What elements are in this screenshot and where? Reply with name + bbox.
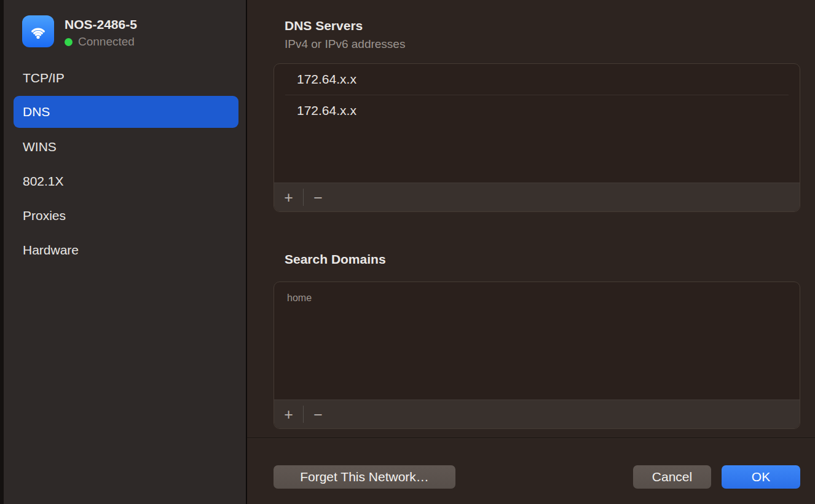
network-status-label: Connected (78, 35, 135, 49)
search-domains-list: home + − (274, 282, 800, 429)
sidebar-item-8021x[interactable]: 802.1X (14, 165, 238, 197)
remove-search-domain-button[interactable]: − (304, 401, 333, 427)
sidebar-item-proxies[interactable]: Proxies (14, 200, 238, 232)
minus-icon: − (313, 406, 323, 423)
network-header: NOS-2486-5 Connected (22, 15, 137, 49)
add-search-domain-button[interactable]: + (274, 401, 303, 427)
plus-icon: + (284, 189, 293, 206)
network-name: NOS-2486-5 (65, 17, 137, 32)
dns-list-toolbar: + − (274, 183, 800, 211)
search-domains-toolbar: + − (274, 400, 800, 428)
dns-server-entry[interactable]: 172.64.x.x (274, 64, 800, 95)
sidebar-item-hardware[interactable]: Hardware (14, 234, 238, 266)
add-dns-server-button[interactable]: + (274, 184, 303, 210)
forget-network-button[interactable]: Forget This Network… (274, 465, 455, 489)
sidebar-item-dns[interactable]: DNS (14, 96, 238, 128)
ok-button[interactable]: OK (722, 465, 800, 489)
sidebar-item-tcpip[interactable]: TCP/IP (14, 62, 238, 94)
minus-icon: − (313, 189, 323, 206)
plus-icon: + (284, 406, 293, 423)
dns-server-entry[interactable]: 172.64.x.x (274, 95, 800, 126)
remove-dns-server-button[interactable]: − (304, 184, 333, 210)
network-status: Connected (65, 35, 137, 49)
dns-servers-title: DNS Servers (285, 18, 363, 33)
dns-servers-subtitle: IPv4 or IPv6 addresses (285, 37, 405, 51)
dns-servers-list: 172.64.x.x 172.64.x.x + − (274, 63, 800, 212)
connected-status-icon (65, 38, 73, 46)
dns-settings-pane: DNS Servers IPv4 or IPv6 addresses 172.6… (247, 0, 815, 504)
search-domains-title: Search Domains (285, 252, 386, 267)
wifi-icon (22, 15, 54, 47)
network-identity: NOS-2486-5 Connected (65, 15, 137, 49)
network-sidebar: NOS-2486-5 Connected TCP/IP DNS WINS 802… (4, 0, 247, 504)
sidebar-item-wins[interactable]: WINS (14, 131, 238, 163)
footer-divider (247, 438, 815, 438)
search-domain-entry[interactable]: home (274, 282, 800, 314)
cancel-button[interactable]: Cancel (633, 465, 711, 489)
